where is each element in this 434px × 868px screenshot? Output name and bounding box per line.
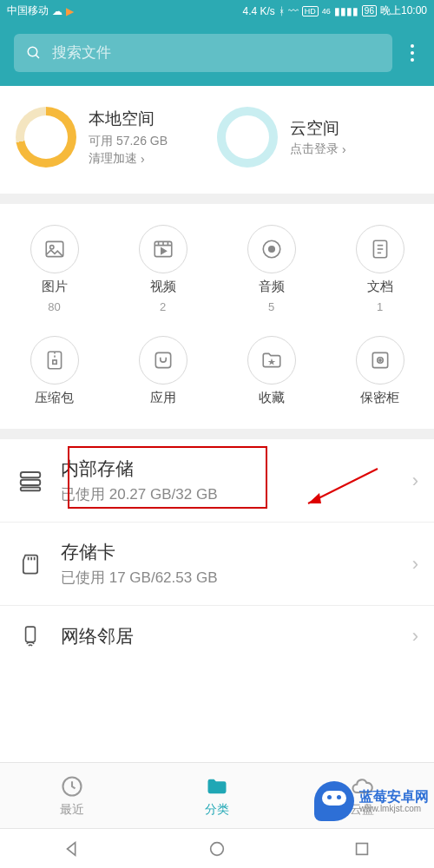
nav-recent-button[interactable] — [352, 839, 372, 858]
image-icon — [43, 238, 66, 260]
category-archives[interactable]: 压缩包 — [0, 336, 108, 406]
svg-point-0 — [28, 47, 37, 56]
watermark-robot-icon — [314, 781, 354, 821]
doc-icon — [369, 238, 391, 260]
cleanup-link[interactable]: 清理加速 › — [89, 151, 168, 167]
sdcard-icon — [16, 552, 45, 576]
battery-icon: 96 — [362, 5, 377, 16]
cloud-login-link[interactable]: 点击登录 › — [290, 141, 346, 157]
tab-recent[interactable]: 最近 — [0, 763, 145, 828]
folder-icon — [205, 774, 229, 799]
audio-icon — [260, 238, 283, 260]
category-video[interactable]: 视频 2 — [108, 225, 217, 313]
search-area — [0, 22, 434, 86]
local-usage-ring-icon — [16, 107, 76, 168]
svg-rect-21 — [21, 479, 41, 484]
local-title: 本地空间 — [89, 108, 168, 130]
category-audio[interactable]: 音频 5 — [217, 225, 326, 313]
net-speed: 4.4 K/s — [242, 5, 274, 17]
system-nav-bar — [0, 828, 434, 868]
svg-marker-16 — [267, 358, 275, 365]
signal-icon: ▮▮▮▮ — [334, 5, 358, 17]
svg-point-19 — [378, 359, 380, 361]
svg-rect-14 — [52, 360, 56, 364]
bluetooth-icon: ᚼ — [279, 5, 285, 17]
hd-icon: HD — [302, 6, 319, 16]
storage-list: 内部存储 已使用 20.27 GB/32 GB › 存储卡 已使用 17 GB/… — [0, 439, 434, 667]
svg-rect-22 — [21, 487, 41, 490]
tab-category[interactable]: 分类 — [145, 763, 290, 828]
svg-line-1 — [36, 55, 39, 58]
more-menu-button[interactable] — [404, 44, 420, 62]
svg-rect-32 — [356, 843, 367, 854]
category-grid: 图片 80 视频 2 音频 5 文档 1 压缩包 应用 收藏 保密柜 — [0, 204, 434, 439]
cloud-title: 云空间 — [290, 117, 346, 140]
svg-rect-20 — [21, 472, 41, 477]
cloud-usage-ring-icon — [217, 107, 278, 168]
storage-summary: 本地空间 可用 57.26 GB 清理加速 › 云空间 点击登录 › — [0, 86, 434, 204]
cloud-storage-card[interactable]: 云空间 点击登录 › — [217, 107, 418, 168]
status-bar: 中国移动 ☁ ▶ 4.4 K/s ᚼ 〰 HD 46 ▮▮▮▮ 96 晚上10:… — [0, 0, 434, 22]
carrier: 中国移动 — [7, 3, 49, 18]
svg-point-31 — [211, 842, 224, 855]
search-box[interactable] — [14, 34, 392, 72]
clock-icon — [60, 774, 84, 799]
video-app-icon: ▶ — [66, 5, 74, 17]
svg-marker-5 — [161, 248, 165, 254]
weather-icon: ☁ — [52, 5, 62, 17]
video-icon — [152, 238, 174, 260]
chevron-right-icon: › — [141, 152, 145, 166]
category-docs[interactable]: 文档 1 — [326, 225, 434, 313]
svg-point-7 — [268, 247, 274, 253]
svg-rect-26 — [26, 627, 36, 641]
clock: 晚上10:00 — [380, 3, 427, 18]
chevron-right-icon: › — [412, 470, 418, 492]
sdcard-row[interactable]: 存储卡 已使用 17 GB/62.53 GB › — [0, 522, 434, 605]
app-icon — [152, 349, 174, 372]
search-icon — [26, 45, 42, 61]
network-neighborhood-row[interactable]: 网络邻居 › — [0, 605, 434, 667]
internal-storage-row[interactable]: 内部存储 已使用 20.27 GB/32 GB › — [0, 439, 434, 522]
svg-point-3 — [49, 246, 53, 249]
chevron-right-icon: › — [342, 142, 346, 156]
vibrate-icon: 〰 — [288, 5, 299, 17]
category-safe[interactable]: 保密柜 — [326, 336, 434, 406]
safe-icon — [369, 349, 391, 372]
fav-folder-icon — [260, 349, 283, 372]
network-icon — [16, 623, 45, 649]
zip-icon — [43, 349, 66, 372]
local-storage-card[interactable]: 本地空间 可用 57.26 GB 清理加速 › — [16, 107, 217, 168]
internal-storage-icon — [16, 468, 45, 494]
chevron-right-icon: › — [412, 553, 418, 575]
svg-marker-30 — [68, 842, 76, 855]
chevron-right-icon: › — [412, 625, 418, 648]
category-apps[interactable]: 应用 — [108, 336, 217, 406]
nav-home-button[interactable] — [207, 839, 227, 858]
svg-rect-15 — [155, 352, 170, 367]
search-input[interactable] — [52, 44, 380, 62]
signal-4g-icon: 46 — [322, 7, 331, 16]
category-favorites[interactable]: 收藏 — [217, 336, 326, 406]
local-free: 可用 57.26 GB — [89, 134, 168, 149]
watermark: 蓝莓安卓网 www.lmkjst.com — [314, 781, 429, 821]
category-images[interactable]: 图片 80 — [0, 225, 108, 313]
nav-back-button[interactable] — [62, 839, 82, 858]
